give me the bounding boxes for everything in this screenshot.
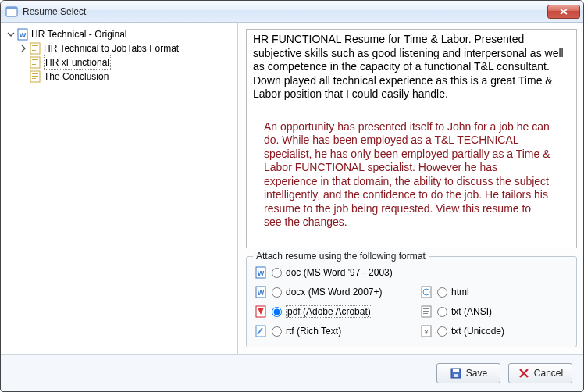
format-label: pdf (Adobe Acrobat): [286, 305, 372, 318]
format-group: Attach resume using the following format…: [246, 256, 577, 347]
split-pane: W HR Technical - Original: [1, 23, 583, 354]
format-radio-html[interactable]: [437, 287, 447, 298]
window-body: W HR Technical - Original: [1, 23, 583, 391]
description-summary: HR FUNCTIONAL Resume for Time & Labor. P…: [253, 33, 570, 102]
svg-rect-6: [32, 48, 38, 48]
format-option-html[interactable]: html: [420, 284, 568, 300]
format-radio-docx[interactable]: [272, 287, 282, 298]
text-file-icon: [420, 305, 433, 318]
tree-label: HR Technical - Original: [31, 27, 127, 41]
html-file-icon: [420, 286, 433, 298]
svg-rect-9: [32, 59, 38, 60]
svg-rect-10: [32, 62, 38, 62]
description-box[interactable]: HR FUNCTIONAL Resume for Time & Labor. P…: [246, 29, 577, 248]
app-icon: [5, 5, 18, 18]
tree-label: HR xFunctional: [44, 55, 111, 70]
tree-label: The Conclusion: [44, 69, 109, 84]
window: Resume Select W: [0, 0, 584, 392]
content-panel: HR FUNCTIONAL Resume for Time & Labor. P…: [238, 23, 583, 354]
close-button[interactable]: [547, 5, 580, 19]
unicode-file-icon: ¥: [420, 325, 433, 337]
button-bar: Save Cancel: [1, 354, 583, 391]
svg-rect-14: [32, 76, 38, 77]
expander-icon[interactable]: [18, 43, 29, 54]
cancel-button[interactable]: Cancel: [508, 363, 572, 383]
resume-doc-icon: [29, 56, 41, 69]
expander-collapse-icon[interactable]: [5, 29, 16, 40]
format-option-doc[interactable]: W doc (MS Word '97 - 2003): [255, 265, 403, 280]
format-label: doc (MS Word '97 - 2003): [286, 267, 393, 278]
svg-text:¥: ¥: [424, 329, 429, 336]
format-label: docx (MS Word 2007+): [286, 287, 383, 298]
svg-rect-13: [32, 73, 38, 74]
svg-text:W: W: [20, 31, 27, 39]
svg-rect-15: [32, 78, 36, 79]
tree-label: HR Technical to JobTabs Format: [44, 41, 179, 55]
close-icon: [560, 9, 568, 15]
svg-rect-25: [423, 311, 429, 312]
svg-rect-24: [423, 308, 429, 309]
tree-panel[interactable]: W HR Technical - Original: [1, 23, 238, 354]
format-option-rtf[interactable]: rtf (Rich Text): [255, 323, 403, 339]
format-option-txt-unicode[interactable]: ¥ txt (Unicode): [420, 323, 568, 339]
format-radio-doc[interactable]: [272, 268, 282, 278]
format-radio-txt-unicode[interactable]: [437, 326, 447, 337]
format-legend: Attach resume using the following format: [253, 251, 429, 262]
word-doc-icon: W: [16, 28, 29, 41]
format-label: html: [451, 287, 469, 298]
svg-rect-32: [454, 374, 458, 377]
svg-rect-31: [453, 369, 459, 372]
svg-rect-7: [32, 50, 36, 51]
rtf-file-icon: [255, 325, 267, 337]
format-option-txt-ansi[interactable]: txt (ANSI): [420, 304, 568, 319]
format-radio-pdf[interactable]: [272, 307, 282, 317]
svg-rect-26: [423, 313, 428, 314]
word-doc-icon: W: [255, 286, 267, 298]
description-body: An opportunity has presented itself to J…: [253, 120, 570, 230]
svg-text:W: W: [258, 269, 265, 277]
tree-item-xfunctional[interactable]: · HR xFunctional: [18, 55, 236, 69]
tree-root-item[interactable]: W HR Technical - Original: [5, 27, 236, 41]
svg-rect-1: [6, 7, 17, 9]
format-radio-rtf[interactable]: [272, 326, 282, 337]
save-icon: [450, 367, 462, 380]
format-label: rtf (Rich Text): [286, 326, 341, 337]
resume-doc-icon: [29, 42, 41, 55]
save-label: Save: [466, 368, 487, 379]
format-option-docx[interactable]: W docx (MS Word 2007+): [255, 284, 403, 300]
format-option-pdf[interactable]: pdf (Adobe Acrobat): [255, 304, 403, 319]
format-radio-txt-ansi[interactable]: [437, 307, 447, 317]
pdf-file-icon: [255, 305, 267, 318]
svg-rect-11: [32, 64, 36, 65]
word-doc-icon: W: [255, 266, 267, 279]
cancel-icon: [518, 367, 530, 380]
format-label: txt (Unicode): [451, 326, 504, 337]
tree-item-jobtabs[interactable]: HR Technical to JobTabs Format: [18, 41, 236, 55]
save-button[interactable]: Save: [436, 363, 500, 383]
svg-rect-5: [32, 45, 38, 46]
resume-doc-icon: [29, 70, 41, 83]
svg-text:W: W: [258, 289, 265, 297]
cancel-label: Cancel: [534, 368, 563, 379]
titlebar: Resume Select: [1, 1, 583, 23]
format-label: txt (ANSI): [451, 306, 492, 317]
tree-item-conclusion[interactable]: · The Conclusion: [18, 69, 236, 84]
window-title: Resume Select: [23, 6, 547, 17]
